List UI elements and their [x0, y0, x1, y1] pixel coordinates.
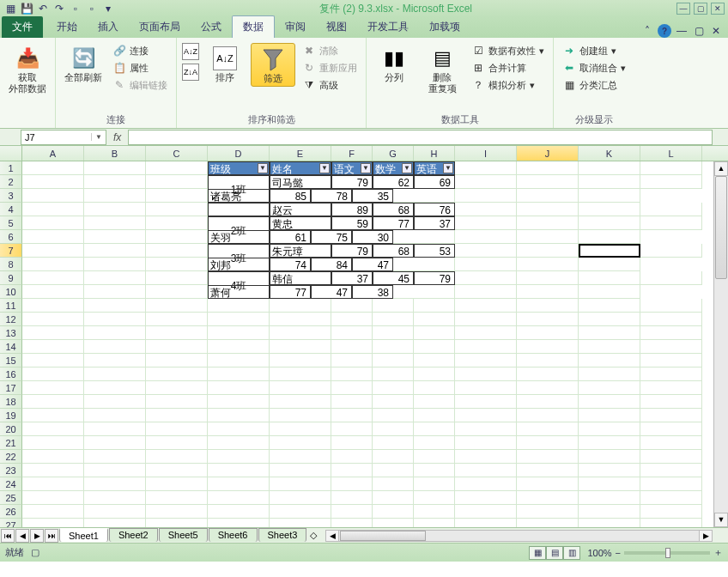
- cell-J19[interactable]: [517, 409, 579, 422]
- cell-C18[interactable]: [146, 395, 208, 409]
- cell-F9[interactable]: 37: [331, 271, 373, 285]
- cell-B7[interactable]: [84, 244, 146, 258]
- cell-L11[interactable]: [640, 299, 702, 313]
- cell-E25[interactable]: [270, 491, 331, 505]
- cell-L6[interactable]: [579, 230, 640, 244]
- name-box[interactable]: J7 ▼: [21, 130, 106, 145]
- cell-D16[interactable]: [208, 367, 270, 381]
- cell-B26[interactable]: [84, 505, 146, 519]
- cell-K12[interactable]: [579, 313, 640, 326]
- cell-C17[interactable]: [146, 381, 208, 395]
- cell-F18[interactable]: [331, 395, 373, 409]
- cell-I17[interactable]: [455, 381, 517, 395]
- cell-I25[interactable]: [455, 491, 517, 505]
- cell-J27[interactable]: [517, 519, 579, 527]
- cell-H8[interactable]: 47: [352, 258, 393, 271]
- cell-I3[interactable]: [393, 189, 455, 203]
- prev-sheet-button[interactable]: ◀: [15, 529, 29, 543]
- group-button[interactable]: ➜创建组▾: [559, 43, 629, 58]
- tab-data[interactable]: 数据: [232, 15, 275, 38]
- cell-L1[interactable]: [640, 161, 702, 175]
- normal-view-button[interactable]: ▦: [529, 546, 546, 560]
- cell-G15[interactable]: [373, 354, 414, 367]
- column-header-E[interactable]: E: [270, 146, 331, 161]
- cell-K2[interactable]: [579, 175, 640, 189]
- cell-K26[interactable]: [579, 505, 640, 519]
- row-header[interactable]: 10: [0, 285, 22, 299]
- cell-L23[interactable]: [640, 464, 702, 477]
- subtotal-button[interactable]: ▦分类汇总: [559, 77, 629, 93]
- cell-H5[interactable]: 37: [414, 216, 455, 230]
- cell-C8[interactable]: [146, 258, 208, 271]
- row-header[interactable]: 23: [0, 464, 22, 477]
- cell-J20[interactable]: [517, 422, 579, 436]
- cell-D12[interactable]: [208, 313, 270, 326]
- cell-A17[interactable]: [22, 381, 84, 395]
- cell-C6[interactable]: [146, 230, 208, 244]
- cell-E26[interactable]: [270, 505, 331, 519]
- cell-K11[interactable]: [579, 299, 640, 313]
- cell-G9[interactable]: 45: [373, 271, 414, 285]
- cell-B3[interactable]: [84, 189, 146, 203]
- macro-record-icon[interactable]: ▢: [31, 547, 39, 558]
- cell-G12[interactable]: [373, 313, 414, 326]
- cell-K15[interactable]: [579, 354, 640, 367]
- cell-J10[interactable]: [455, 285, 517, 299]
- zoom-slider[interactable]: [624, 551, 710, 555]
- cell-A16[interactable]: [22, 367, 84, 381]
- row-header[interactable]: 14: [0, 340, 22, 354]
- cell-G24[interactable]: [373, 477, 414, 491]
- help-icon[interactable]: ?: [658, 24, 671, 38]
- column-header-L[interactable]: L: [640, 146, 702, 161]
- cell-H4[interactable]: 76: [414, 203, 455, 216]
- cell-L21[interactable]: [640, 436, 702, 450]
- cell-B21[interactable]: [84, 436, 146, 450]
- cell-F12[interactable]: [331, 313, 373, 326]
- scroll-thumb[interactable]: [340, 531, 426, 541]
- cell-A25[interactable]: [22, 491, 84, 505]
- cell-J16[interactable]: [517, 367, 579, 381]
- cell-K19[interactable]: [579, 409, 640, 422]
- row-header[interactable]: 24: [0, 477, 22, 491]
- cell-F15[interactable]: [331, 354, 373, 367]
- cell-K6[interactable]: [517, 230, 579, 244]
- column-header-D[interactable]: D: [208, 146, 270, 161]
- doc-minimize-button[interactable]: —: [675, 24, 689, 38]
- cell-C23[interactable]: [146, 464, 208, 477]
- cell-A7[interactable]: [22, 244, 84, 258]
- cell-B6[interactable]: [84, 230, 146, 244]
- cell-B2[interactable]: [84, 175, 146, 189]
- filter-button[interactable]: 筛选: [251, 43, 295, 87]
- cell-F6[interactable]: 61: [270, 230, 311, 244]
- cell-A5[interactable]: [22, 216, 84, 230]
- row-header[interactable]: 18: [0, 395, 22, 409]
- fx-icon[interactable]: fx: [113, 131, 121, 143]
- cell-G7[interactable]: 68: [373, 244, 414, 258]
- cell-F14[interactable]: [331, 340, 373, 354]
- cell-L25[interactable]: [640, 491, 702, 505]
- cell-I6[interactable]: [393, 230, 455, 244]
- cell-E2[interactable]: 司马懿: [270, 175, 331, 189]
- cell-I18[interactable]: [455, 395, 517, 409]
- cell-E22[interactable]: [270, 450, 331, 464]
- scroll-up-button[interactable]: ▲: [714, 161, 728, 176]
- cell-C2[interactable]: [146, 175, 208, 189]
- column-header-A[interactable]: A: [22, 146, 84, 161]
- cell-G4[interactable]: 68: [373, 203, 414, 216]
- cell-E19[interactable]: [270, 409, 331, 422]
- cell-F11[interactable]: [331, 299, 373, 313]
- cell-K24[interactable]: [579, 477, 640, 491]
- row-header[interactable]: 5: [0, 216, 22, 230]
- sheet-tab-Sheet6[interactable]: Sheet6: [209, 528, 258, 542]
- cell-F23[interactable]: [331, 464, 373, 477]
- cell-G10[interactable]: 47: [311, 285, 352, 299]
- cell-A22[interactable]: [22, 450, 84, 464]
- cell-K17[interactable]: [579, 381, 640, 395]
- cell-B13[interactable]: [84, 326, 146, 340]
- cell-L4[interactable]: [640, 203, 702, 216]
- cell-G6[interactable]: 75: [311, 230, 352, 244]
- cell-B12[interactable]: [84, 313, 146, 326]
- cell-E4[interactable]: 赵云: [270, 203, 331, 216]
- row-header[interactable]: 15: [0, 354, 22, 367]
- cell-A10[interactable]: [22, 285, 84, 299]
